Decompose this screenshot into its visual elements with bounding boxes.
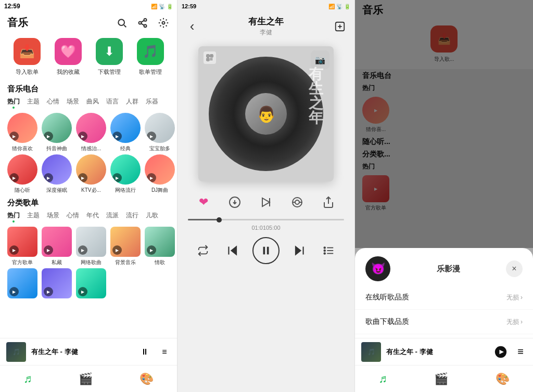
tab-instrument[interactable]: 乐器 bbox=[146, 97, 158, 109]
share-btn[interactable] bbox=[318, 192, 339, 213]
signal-icon: 📶 bbox=[328, 4, 335, 9]
search-button[interactable] bbox=[116, 17, 128, 29]
play-pause-btn[interactable] bbox=[252, 237, 280, 264]
radio-item-pop[interactable]: ▶ 网络流行 bbox=[110, 154, 141, 194]
panel-player: 12:59 📶 📡 🔋 ‹ 有生之年 李健 bbox=[177, 0, 354, 392]
progress-bar[interactable] bbox=[188, 219, 344, 220]
song-item-4[interactable]: ▶ bbox=[7, 268, 37, 300]
import-playlist-btn[interactable]: 📥 导入歌单 bbox=[14, 38, 41, 76]
progress-times: 01:01 05:00 bbox=[241, 223, 290, 233]
circle-label: 宝宝胎多 bbox=[149, 145, 170, 152]
speed-btn[interactable] bbox=[256, 192, 276, 213]
download-btn[interactable] bbox=[224, 192, 245, 213]
music-nav-icon: ♬ bbox=[23, 372, 32, 386]
songs-row1: ▶ 官方歌单 ▶ 私藏 ▶ 网络歌曲 ▶ 背景音乐 ▶ 情歌 bbox=[0, 227, 177, 268]
time-2: 12:59 bbox=[182, 3, 196, 9]
download-manage-btn[interactable]: ⬇ 下载管理 bbox=[96, 38, 123, 76]
next-btn[interactable] bbox=[289, 240, 310, 261]
bottom-nav-3: ♬ 🎬 🎨 bbox=[355, 365, 533, 392]
song-private[interactable]: ▶ 私藏 bbox=[42, 227, 72, 266]
queue-btn-p3[interactable]: ≡ bbox=[514, 346, 527, 358]
songs-tab-kids[interactable]: 儿歌 bbox=[146, 211, 158, 223]
queue-button[interactable]: ≡ bbox=[158, 346, 171, 358]
tab-scene[interactable]: 场景 bbox=[67, 97, 79, 109]
tab-mood[interactable]: 心情 bbox=[47, 97, 59, 109]
song-net[interactable]: ▶ 网络歌曲 bbox=[76, 227, 106, 266]
songs-tab-genre[interactable]: 流派 bbox=[106, 211, 119, 223]
songs-tab-era[interactable]: 年代 bbox=[86, 211, 99, 223]
play-icon: ▶ bbox=[78, 132, 87, 141]
player-actions: ❤ bbox=[177, 188, 354, 217]
songs-tab-scene[interactable]: 场景 bbox=[47, 211, 59, 223]
playlist-label: 歌单管理 bbox=[139, 68, 162, 76]
back-button[interactable]: ‹ bbox=[186, 20, 198, 33]
quick-actions: 📥 导入歌单 🩷 我的收藏 ⬇ 下载管理 🎵 歌单管理 bbox=[0, 34, 177, 82]
radio-item-dj[interactable]: ▶ DJ舞曲 bbox=[145, 154, 175, 194]
circle-label: 深度催眠 bbox=[46, 187, 67, 194]
song-item-5[interactable]: ▶ bbox=[42, 268, 72, 300]
circle-img: ▶ bbox=[76, 113, 106, 143]
tab-dot bbox=[12, 220, 15, 223]
quality-online-row[interactable]: 在线听歌品质 无损 › bbox=[355, 285, 533, 310]
nav-music-p3[interactable]: ♬ bbox=[378, 372, 387, 386]
overlay-bg[interactable] bbox=[355, 0, 533, 248]
my-favorites-btn[interactable]: 🩷 我的收藏 bbox=[55, 38, 82, 76]
song-img: ▶ bbox=[145, 227, 175, 257]
nav-video[interactable]: 🎬 bbox=[79, 372, 93, 386]
song-img: ▶ bbox=[42, 268, 72, 298]
album-art: 📷 👨 有 生 之 年 bbox=[198, 46, 334, 181]
np-info: 有生之年 - 李健 bbox=[31, 347, 133, 357]
song-label: 网络歌曲 bbox=[81, 259, 101, 266]
qr-icon[interactable] bbox=[204, 51, 216, 64]
song-official[interactable]: ▶ 官方歌单 bbox=[7, 227, 37, 266]
app-name-label: 乐影漫 bbox=[390, 264, 506, 274]
radio-item-tiktok[interactable]: ▶ 抖音神曲 bbox=[42, 113, 72, 152]
nav-music[interactable]: ♬ bbox=[23, 372, 32, 386]
progress-container[interactable] bbox=[177, 217, 354, 223]
radio-item-emotion[interactable]: ▶ 情感治... bbox=[76, 113, 106, 152]
art-nav-icon: 🎨 bbox=[139, 372, 154, 386]
radio-item-classic[interactable]: ▶ 经典 bbox=[110, 113, 141, 152]
tab-theme[interactable]: 主题 bbox=[27, 97, 40, 109]
settings-button[interactable] bbox=[157, 17, 170, 29]
song-bg[interactable]: ▶ 背景音乐 bbox=[110, 227, 141, 266]
radio-item-baby[interactable]: ▶ 宝宝胎多 bbox=[145, 113, 175, 152]
radio-item-sleep[interactable]: ▶ 深度催眠 bbox=[42, 154, 72, 194]
tab-style[interactable]: 曲风 bbox=[86, 97, 99, 109]
radio-item-guess[interactable]: ▶ 猜你喜欢 bbox=[7, 113, 37, 152]
playlist-manage-btn[interactable]: 🎵 歌单管理 bbox=[137, 38, 164, 76]
quality-online-value: 无损 › bbox=[506, 293, 523, 302]
songs-tab-hot[interactable]: 热门 bbox=[7, 211, 20, 223]
svg-marker-29 bbox=[231, 246, 237, 255]
pause-button[interactable]: ⏸ bbox=[138, 346, 151, 358]
prev-btn[interactable] bbox=[222, 240, 243, 261]
nav-video-p3[interactable]: 🎬 bbox=[434, 372, 448, 386]
tab-lang[interactable]: 语言 bbox=[106, 97, 119, 109]
radio-item-relax[interactable]: ▶ 随心听 bbox=[7, 154, 37, 194]
tab-group[interactable]: 人群 bbox=[126, 97, 138, 109]
queue-btn[interactable] bbox=[319, 240, 339, 261]
now-playing-bar[interactable]: 🎵 有生之年 - 李健 ⏸ ≡ bbox=[0, 338, 177, 365]
song-item-6[interactable]: ▶ bbox=[76, 268, 106, 300]
add-button[interactable] bbox=[334, 20, 346, 33]
np-bar-p3[interactable]: 🎵 有生之年 - 李健 ≡ bbox=[355, 338, 533, 365]
quality-download-row[interactable]: 歌曲下载品质 无损 › bbox=[355, 310, 533, 334]
quality-online-label: 在线听歌品质 bbox=[365, 293, 409, 302]
songs-tab-mood[interactable]: 心情 bbox=[67, 211, 79, 223]
songs-tab-pop[interactable]: 流行 bbox=[126, 211, 138, 223]
circle-img: ▶ bbox=[42, 154, 72, 185]
lyrics-btn[interactable] bbox=[287, 192, 308, 213]
repeat-btn[interactable] bbox=[193, 240, 213, 261]
share-button[interactable] bbox=[136, 17, 149, 29]
song-love[interactable]: ▶ 情歌 bbox=[145, 227, 175, 266]
close-button[interactable]: × bbox=[506, 260, 523, 277]
tab-hot[interactable]: 热门 bbox=[7, 97, 20, 109]
play-btn-p3[interactable] bbox=[494, 346, 507, 358]
radio-item-ktv[interactable]: ▶ KTV必... bbox=[76, 154, 106, 194]
songs-tab-theme[interactable]: 主题 bbox=[27, 211, 40, 223]
nav-art[interactable]: 🎨 bbox=[139, 372, 154, 386]
nav-art-p3[interactable]: 🎨 bbox=[496, 372, 510, 386]
status-icons-1: 📶 📡 🔋 bbox=[151, 4, 173, 9]
song-name: 有生之年 bbox=[198, 16, 334, 28]
like-button[interactable]: ❤ bbox=[193, 192, 214, 213]
